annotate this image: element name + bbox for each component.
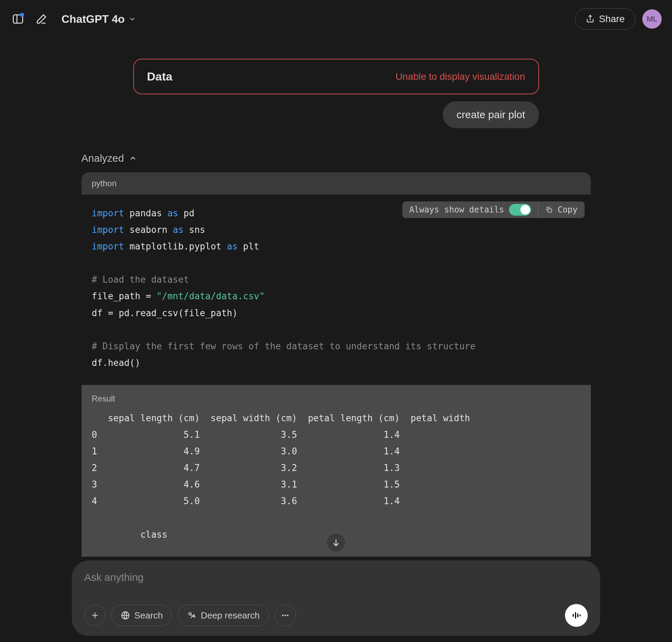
dots-icon <box>280 611 290 620</box>
chevron-up-icon <box>129 154 137 162</box>
analyzed-toggle[interactable]: Analyzed <box>81 152 591 164</box>
edit-icon <box>35 13 48 25</box>
model-name: ChatGPT 4o <box>61 13 125 26</box>
composer-input[interactable] <box>84 572 588 583</box>
data-card-title: Data <box>147 70 173 83</box>
composer-row: Search Deep research <box>84 604 588 627</box>
code-toolbar: Always show details Copy <box>402 201 584 218</box>
svg-rect-14 <box>575 612 576 619</box>
main: Data Unable to display visualization cre… <box>0 38 672 557</box>
share-button[interactable]: Share <box>575 8 635 30</box>
always-show-details-toggle[interactable] <box>509 204 531 216</box>
deep-research-label: Deep research <box>201 610 260 621</box>
code-block: python Always show details Copy imp <box>81 172 591 385</box>
data-card-error: Unable to display visualization <box>395 71 525 82</box>
result-label: Result <box>92 394 580 404</box>
model-selector[interactable]: ChatGPT 4o <box>57 10 141 28</box>
result-text: sepal length (cm) sepal width (cm) petal… <box>92 410 580 543</box>
avatar[interactable]: ML <box>642 9 662 29</box>
user-message-row: create pair plot <box>133 101 539 128</box>
globe-icon <box>121 611 130 620</box>
always-show-details: Always show details <box>402 201 538 218</box>
data-card: Data Unable to display visualization <box>133 59 539 94</box>
code-language: python <box>81 172 591 195</box>
svg-point-11 <box>285 615 286 616</box>
svg-rect-13 <box>573 614 574 617</box>
svg-point-12 <box>287 615 289 616</box>
waveform-icon <box>571 610 582 621</box>
deep-research-button[interactable]: Deep research <box>177 605 269 626</box>
more-button[interactable] <box>275 605 296 626</box>
telescope-icon <box>187 611 196 620</box>
chevron-down-icon <box>128 15 136 23</box>
analyzed-label: Analyzed <box>81 152 124 164</box>
arrow-down-icon <box>331 538 341 547</box>
notification-dot <box>20 13 24 17</box>
plus-icon <box>90 611 100 620</box>
result-block: Result sepal length (cm) sepal width (cm… <box>81 385 591 557</box>
composer: Search Deep research <box>72 560 600 636</box>
svg-point-10 <box>282 615 284 616</box>
user-message: create pair plot <box>443 101 539 128</box>
search-button[interactable]: Search <box>111 605 172 626</box>
voice-button[interactable] <box>565 604 588 627</box>
scroll-down-button[interactable] <box>326 533 346 552</box>
svg-rect-15 <box>577 614 578 617</box>
header-right: Share ML <box>575 8 662 30</box>
sidebar-toggle-button[interactable] <box>10 11 26 27</box>
attach-button[interactable] <box>84 605 106 626</box>
avatar-initials: ML <box>647 15 657 23</box>
always-show-details-label: Always show details <box>409 202 504 217</box>
search-label: Search <box>134 610 163 621</box>
header: ChatGPT 4o Share ML <box>0 0 672 38</box>
share-label: Share <box>599 13 625 25</box>
svg-rect-16 <box>579 614 580 616</box>
header-left: ChatGPT 4o <box>10 10 141 28</box>
copy-icon <box>545 206 553 214</box>
copy-label: Copy <box>558 202 578 217</box>
toggle-knob <box>520 205 530 215</box>
svg-point-9 <box>189 613 191 615</box>
svg-rect-3 <box>548 209 551 212</box>
copy-button[interactable]: Copy <box>538 201 585 218</box>
code-body: Always show details Copy import pandas a… <box>81 195 591 385</box>
share-icon <box>586 15 595 23</box>
new-chat-button[interactable] <box>34 11 49 27</box>
